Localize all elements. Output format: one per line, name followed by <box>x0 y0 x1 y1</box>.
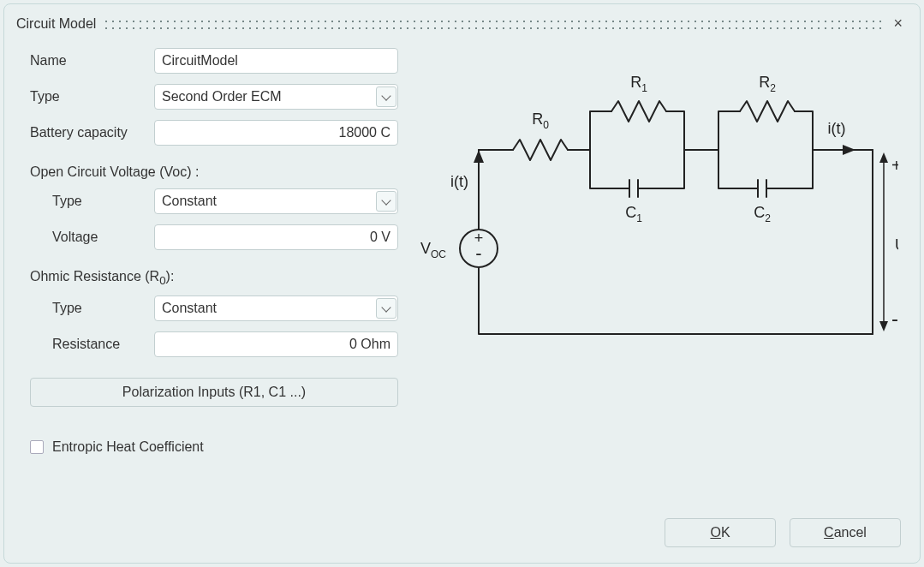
svg-text:R0: R0 <box>532 110 549 131</box>
svg-text:C1: C1 <box>625 204 642 224</box>
r0-type-select-button[interactable] <box>376 298 396 319</box>
battery-capacity-input[interactable] <box>154 120 398 146</box>
svg-text:+: + <box>891 156 898 175</box>
circuit-diagram: + - VOC i(t) R0 R1 <box>412 46 904 503</box>
svg-text:C2: C2 <box>754 204 771 224</box>
chevron-down-icon <box>381 302 390 312</box>
type-select[interactable] <box>154 84 398 110</box>
svg-text:-: - <box>475 242 481 264</box>
entropic-checkbox[interactable] <box>30 440 44 454</box>
voc-voltage-input[interactable] <box>154 224 398 250</box>
svg-text:R1: R1 <box>630 74 647 94</box>
chevron-down-icon <box>381 195 390 205</box>
voc-type-label: Type <box>30 194 154 209</box>
name-label: Name <box>30 53 154 69</box>
r0-resistance-label: Resistance <box>30 337 154 352</box>
voc-voltage-label: Voltage <box>30 230 154 245</box>
name-input[interactable] <box>154 48 398 74</box>
r0-type-select[interactable] <box>154 295 398 321</box>
battery-capacity-label: Battery capacity <box>30 125 154 140</box>
svg-marker-14 <box>879 152 888 163</box>
svg-text:i(t): i(t) <box>827 120 845 137</box>
svg-marker-11 <box>843 145 855 155</box>
voc-type-select-button[interactable] <box>376 191 396 212</box>
r0-type-label: Type <box>30 301 154 316</box>
svg-text:i(t): i(t) <box>450 173 468 190</box>
dialog-title: Circuit Model <box>16 16 96 32</box>
svg-text:VOC: VOC <box>420 240 445 260</box>
voc-section-label: Open Circuit Voltage (Voc) : <box>30 164 398 180</box>
svg-marker-15 <box>879 321 888 331</box>
svg-marker-5 <box>474 150 484 163</box>
cancel-button[interactable]: Cancel <box>790 518 901 547</box>
chevron-down-icon <box>381 91 390 100</box>
entropic-label: Entropic Heat Coefficient <box>52 439 204 455</box>
titlebar-separator <box>103 18 881 30</box>
polarization-inputs-button[interactable]: Polarization Inputs (R1, C1 ...) <box>30 378 398 407</box>
type-select-button[interactable] <box>376 87 396 107</box>
r0-section-label: Ohmic Resistance (R0): <box>30 269 398 287</box>
svg-text:-: - <box>891 307 898 330</box>
r0-resistance-input[interactable] <box>154 331 398 357</box>
ok-button[interactable]: OK <box>665 518 776 547</box>
svg-text:R2: R2 <box>759 74 776 94</box>
svg-text:UT: UT <box>895 236 898 257</box>
close-icon[interactable]: × <box>888 13 908 34</box>
type-label: Type <box>30 89 154 104</box>
voc-type-select[interactable] <box>154 188 398 214</box>
